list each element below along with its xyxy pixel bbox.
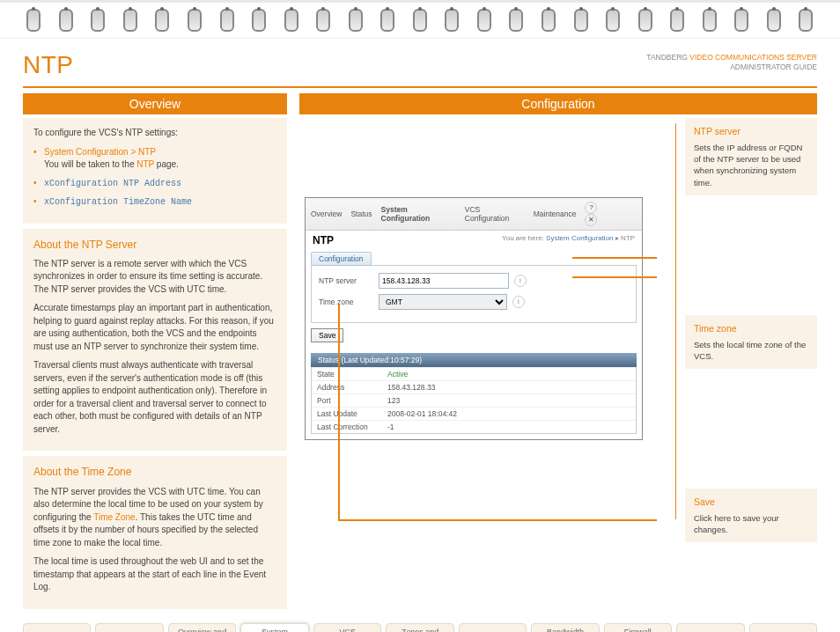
cs-tab-vcs-configuration[interactable]: VCS Configuration [465, 205, 525, 223]
right-section-header: Configuration [299, 93, 817, 114]
ntp-server-input[interactable] [379, 273, 509, 289]
doc-meta: TANDBERG VIDEO COMMUNICATIONS SERVER ADM… [646, 53, 817, 72]
cs-form: NTP server i Time zone GMT i [311, 265, 637, 323]
breadcrumb: You are here: System Configuration ▸ NTP [502, 234, 635, 246]
nav-path-item: System Configuration > NTP You will be t… [33, 146, 276, 172]
ntp-server-label: NTP server [319, 276, 379, 285]
tab-appendices[interactable]: Appendices [749, 623, 817, 632]
xcfg-timezone-name-link[interactable]: xConfiguration TimeZone Name [44, 197, 192, 207]
cs-status-table: StateActive Address158.43.128.33 Port123… [311, 367, 637, 434]
nav-path-link[interactable]: System Configuration > NTP [44, 147, 156, 157]
cs-tab-status[interactable]: Status [350, 209, 372, 218]
about-ntp-box: About the NTP Server The NTP server is a… [23, 229, 287, 452]
time-zone-select[interactable]: GMT [379, 294, 507, 310]
info-ntp-server: NTP server Sets the IP address or FQDN o… [685, 118, 817, 195]
time-zone-label: Time zone [319, 298, 379, 306]
xcfg-ntp-address-link[interactable]: xConfiguration NTP Address [44, 179, 181, 188]
callout-line [572, 257, 657, 259]
info-save: Save Click here to save your changes. [685, 489, 817, 542]
config-screenshot: Overview Status System Configuration VCS… [305, 197, 643, 440]
tab-system-configuration[interactable]: System Configuration [240, 623, 308, 632]
cs-tab-overview[interactable]: Overview [311, 209, 342, 218]
top-rule [23, 86, 817, 88]
left-section-header: Overview [23, 93, 287, 114]
about-tz-box: About the Time Zone The NTP server provi… [23, 456, 287, 608]
config-intro-box: To configure the VCS's NTP settings: Sys… [23, 118, 287, 224]
logout-icon[interactable]: ✕ [585, 214, 597, 226]
info-icon[interactable]: i [512, 296, 525, 308]
cs-tab-system-configuration[interactable]: System Configuration [381, 205, 456, 223]
page-body: NTP TANDBERG VIDEO COMMUNICATIONS SERVER… [0, 39, 840, 614]
tab-bandwidth-control[interactable]: Bandwidth Control [531, 623, 599, 632]
ntp-page-link[interactable]: NTP [136, 159, 154, 169]
bc-syscfg-link[interactable]: System Configuration [546, 234, 613, 242]
spiral-binding [0, 0, 840, 39]
tab-introduction[interactable]: Introduction [23, 623, 91, 632]
tab-call-processing[interactable]: Call Processing [459, 623, 527, 632]
tab-firewall-traversal[interactable]: Firewall Traversal [604, 623, 672, 632]
cs-status-bar: Status (Last Updated:10:57:29) [311, 353, 637, 367]
tab-zones-neighbors[interactable]: Zones and Neighbors [386, 623, 453, 632]
help-icon[interactable]: ? [585, 202, 597, 214]
time-zone-link[interactable]: Time Zone [93, 512, 135, 522]
tab-overview-status[interactable]: Overview and Status [168, 623, 236, 632]
cs-subtab-configuration[interactable]: Configuration [311, 252, 372, 266]
info-icon[interactable]: i [514, 275, 527, 287]
info-time-zone: Time zone Sets the local time zone of th… [685, 315, 817, 369]
cs-page-title: NTP [313, 234, 334, 246]
cs-nav-tabs: Overview Status System Configuration VCS… [306, 198, 642, 231]
intro-lead: To configure the VCS's NTP settings: [33, 127, 276, 140]
cs-tab-maintenance[interactable]: Maintenance [534, 209, 577, 218]
bottom-nav-tabs: Introduction Getting Started Overview an… [23, 623, 817, 632]
tab-vcs-configuration[interactable]: VCS Configuration [313, 623, 381, 632]
about-tz-title: About the Time Zone [33, 465, 276, 480]
page-title: NTP [23, 51, 74, 79]
tab-maintenance[interactable]: Maintenance [676, 623, 744, 632]
tab-getting-started[interactable]: Getting Started [95, 623, 163, 632]
about-ntp-title: About the NTP Server [33, 238, 276, 253]
